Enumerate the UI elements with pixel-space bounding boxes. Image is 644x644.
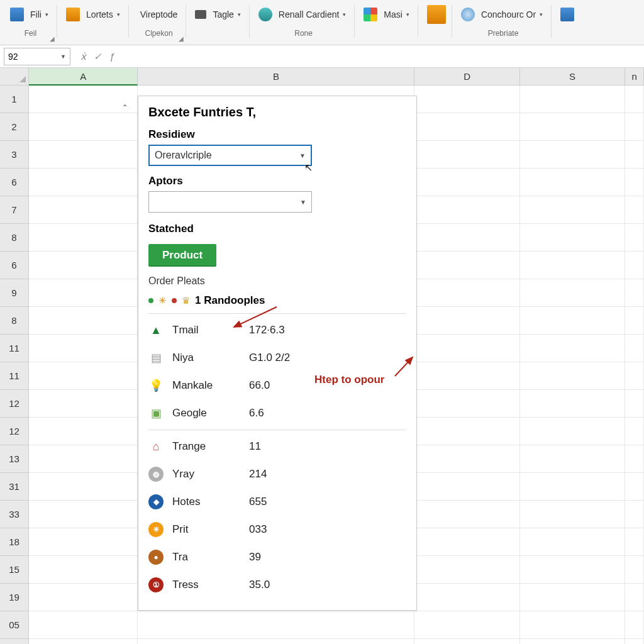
- cell[interactable]: [520, 362, 625, 390]
- cell[interactable]: [520, 390, 625, 418]
- column-header[interactable]: A: [29, 68, 138, 86]
- cell[interactable]: [29, 86, 138, 113]
- row-header[interactable]: 8: [0, 307, 29, 335]
- cell[interactable]: [29, 501, 138, 528]
- cell[interactable]: [29, 335, 138, 362]
- cell[interactable]: [520, 445, 625, 473]
- cell[interactable]: [625, 279, 644, 307]
- cell[interactable]: [138, 639, 414, 644]
- cell[interactable]: [414, 335, 519, 362]
- cell[interactable]: [625, 86, 644, 113]
- product-button[interactable]: Product: [148, 244, 216, 267]
- select-all-corner[interactable]: [0, 68, 29, 86]
- fx-enter-icon[interactable]: ✓: [94, 51, 102, 62]
- cell[interactable]: [625, 528, 644, 556]
- cell[interactable]: [520, 418, 625, 445]
- cell[interactable]: [520, 335, 625, 362]
- chevron-down-icon[interactable]: ▼: [60, 53, 66, 60]
- row-header[interactable]: 7: [0, 196, 29, 224]
- cell[interactable]: [414, 86, 519, 113]
- cell[interactable]: [29, 473, 138, 501]
- row-header[interactable]: 15: [0, 556, 29, 584]
- cell[interactable]: [520, 307, 625, 335]
- cell[interactable]: [29, 252, 138, 279]
- cell[interactable]: [625, 335, 644, 362]
- dialog-launcher-icon[interactable]: ◢: [50, 35, 55, 42]
- row-header[interactable]: 33: [0, 501, 29, 528]
- cell[interactable]: [414, 279, 519, 307]
- row-header[interactable]: 05: [0, 611, 29, 639]
- cell[interactable]: [625, 501, 644, 528]
- cell[interactable]: [29, 113, 138, 141]
- list-item[interactable]: ▣Geogle6.6: [148, 399, 406, 427]
- cell[interactable]: [625, 307, 644, 335]
- list-item[interactable]: ▲Tmail172·6.3: [148, 316, 406, 344]
- list-item[interactable]: ◍Yray214: [148, 460, 406, 488]
- cell[interactable]: [625, 390, 644, 418]
- cell[interactable]: [29, 362, 138, 390]
- row-header[interactable]: 12: [0, 390, 29, 418]
- row-header[interactable]: 73: [0, 639, 29, 644]
- row-header[interactable]: 1: [0, 86, 29, 113]
- list-item[interactable]: ①Tress35.0: [148, 571, 406, 599]
- cell[interactable]: [414, 362, 519, 390]
- cell[interactable]: [414, 141, 519, 169]
- collapse-icon[interactable]: ˆ: [123, 104, 126, 115]
- list-item[interactable]: ◆Hotes655: [148, 488, 406, 516]
- cell[interactable]: [414, 113, 519, 141]
- row-header[interactable]: 13: [0, 445, 29, 473]
- cell[interactable]: [520, 556, 625, 584]
- cell[interactable]: [520, 113, 625, 141]
- cell[interactable]: [520, 611, 625, 639]
- cell[interactable]: [414, 445, 519, 473]
- row-header[interactable]: 8: [0, 224, 29, 252]
- cell[interactable]: [520, 86, 625, 113]
- cell[interactable]: [625, 556, 644, 584]
- row-header[interactable]: 6: [0, 169, 29, 196]
- cell[interactable]: [414, 528, 519, 556]
- list-item[interactable]: ⌂Trange11: [148, 433, 406, 460]
- row-header[interactable]: 3: [0, 141, 29, 169]
- cell[interactable]: [414, 501, 519, 528]
- cell[interactable]: [520, 279, 625, 307]
- cell[interactable]: [625, 584, 644, 611]
- aptors-combo[interactable]: ▼: [148, 191, 312, 213]
- column-header[interactable]: B: [138, 68, 414, 86]
- ribbon-conchourc-button[interactable]: Conchourc Or▾: [479, 8, 545, 21]
- cell[interactable]: [625, 141, 644, 169]
- cell[interactable]: [625, 445, 644, 473]
- cell[interactable]: [29, 279, 138, 307]
- cell[interactable]: [520, 252, 625, 279]
- cell[interactable]: [29, 224, 138, 252]
- row-header[interactable]: 31: [0, 473, 29, 501]
- ribbon-vireptode-button[interactable]: Vireptode: [138, 8, 180, 21]
- row-header[interactable]: 11: [0, 335, 29, 362]
- column-header[interactable]: n: [625, 68, 644, 86]
- cell[interactable]: [29, 307, 138, 335]
- cell[interactable]: [625, 418, 644, 445]
- cell[interactable]: [29, 584, 138, 611]
- cell[interactable]: [414, 196, 519, 224]
- cell[interactable]: [414, 418, 519, 445]
- cell[interactable]: [29, 169, 138, 196]
- cell[interactable]: [29, 556, 138, 584]
- cell[interactable]: [520, 584, 625, 611]
- cell[interactable]: [625, 639, 644, 644]
- cell[interactable]: [414, 252, 519, 279]
- cell[interactable]: [414, 639, 519, 644]
- cell[interactable]: [29, 611, 138, 639]
- ribbon-file-button[interactable]: Fili▾: [28, 8, 51, 21]
- row-header[interactable]: 18: [0, 528, 29, 556]
- cell[interactable]: [29, 418, 138, 445]
- cell[interactable]: [138, 611, 414, 639]
- cell[interactable]: [520, 528, 625, 556]
- ribbon-lortets-button[interactable]: Lortets▾: [84, 8, 123, 21]
- fx-cancel-icon[interactable]: ẋ: [80, 51, 86, 62]
- cell[interactable]: [625, 362, 644, 390]
- list-item[interactable]: ☀Prit033: [148, 516, 406, 543]
- ribbon-renall-button[interactable]: Renall Cardient▾: [276, 8, 349, 21]
- formula-input[interactable]: [121, 48, 644, 65]
- cell[interactable]: [625, 113, 644, 141]
- cell[interactable]: [29, 141, 138, 169]
- cell[interactable]: [520, 473, 625, 501]
